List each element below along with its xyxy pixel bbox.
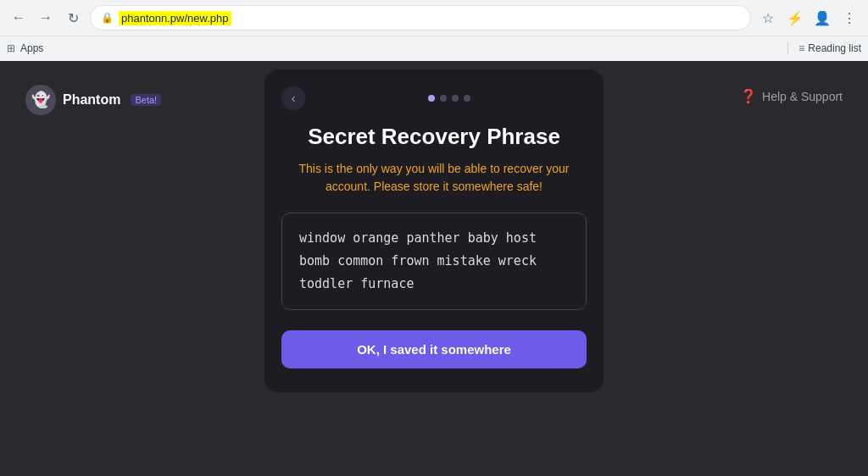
- back-button[interactable]: ←: [7, 6, 31, 30]
- profile-button[interactable]: 👤: [810, 6, 834, 30]
- bookmarks-bar: ⊞ Apps ≡ Reading list: [0, 36, 868, 61]
- prev-button[interactable]: ‹: [281, 86, 305, 110]
- menu-icon: ⋮: [843, 10, 856, 26]
- help-support-label: Help & Support: [762, 90, 843, 103]
- card-title: Secret Recovery Phrase: [308, 124, 560, 150]
- phrase-box: window orange panther baby host bomb com…: [281, 213, 587, 310]
- star-icon: ☆: [762, 10, 774, 26]
- forward-button[interactable]: →: [34, 6, 58, 30]
- reading-list-icon: ≡: [798, 42, 804, 54]
- browser-toolbar: ← → ↻ 🔒 phantonn.pw/new.php ☆ ⚡ 👤: [0, 0, 868, 61]
- phantom-beta-badge: Beta!: [131, 94, 161, 106]
- extensions-icon: ⚡: [787, 10, 804, 26]
- dot-4: [464, 95, 470, 102]
- phantom-ghost-icon: 👻: [31, 91, 50, 109]
- refresh-icon: ↻: [68, 10, 79, 26]
- extensions-button[interactable]: ⚡: [783, 6, 807, 30]
- main-card: ‹ Secret Recovery Phrase This is the onl…: [264, 69, 604, 392]
- recovery-phrase-text: window orange panther baby host bomb com…: [299, 227, 569, 296]
- pagination-dots: [428, 95, 470, 102]
- prev-icon: ‹: [292, 91, 296, 105]
- toolbar-actions: ☆ ⚡ 👤 ⋮: [756, 6, 861, 30]
- phantom-name: Phantom: [63, 92, 120, 108]
- page-content: 👻 Phantom Beta! ❓ Help & Support ‹ Secre…: [0, 61, 868, 476]
- back-icon: ←: [12, 10, 25, 25]
- refresh-button[interactable]: ↻: [61, 6, 85, 30]
- forward-icon: →: [39, 10, 53, 25]
- phantom-logo[interactable]: 👻 Phantom Beta!: [25, 85, 161, 115]
- phantom-avatar: 👻: [25, 85, 56, 115]
- lock-icon: 🔒: [101, 12, 114, 24]
- apps-label: Apps: [20, 42, 43, 54]
- apps-grid-icon: ⊞: [7, 42, 15, 54]
- card-subtitle: This is the only way you will be able to…: [281, 160, 587, 196]
- reading-list-area: ≡ Reading list: [787, 42, 861, 54]
- pagination: ‹: [281, 86, 587, 110]
- dot-2: [440, 95, 447, 102]
- help-support-link[interactable]: ❓ Help & Support: [740, 88, 843, 104]
- url-text: phantonn.pw/new.php: [119, 11, 231, 25]
- address-bar[interactable]: 🔒 phantonn.pw/new.php: [90, 5, 751, 30]
- dot-3: [452, 95, 459, 102]
- profile-icon: 👤: [814, 10, 831, 26]
- reading-list-label: Reading list: [808, 42, 861, 54]
- dot-1: [428, 95, 435, 102]
- ok-saved-button[interactable]: OK, I saved it somewhere: [281, 330, 587, 368]
- nav-buttons: ← → ↻: [7, 6, 85, 30]
- bookmark-button[interactable]: ☆: [756, 6, 780, 30]
- menu-button[interactable]: ⋮: [837, 6, 861, 30]
- help-icon: ❓: [740, 88, 757, 104]
